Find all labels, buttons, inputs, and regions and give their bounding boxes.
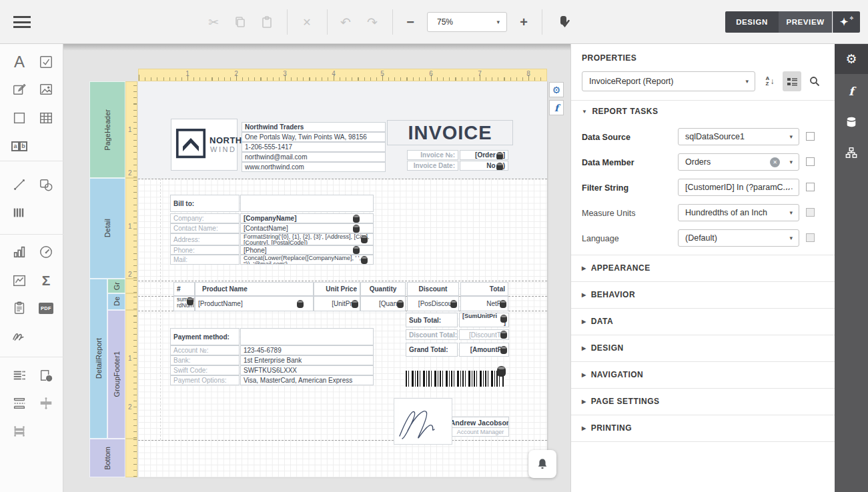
expressions-tag[interactable]: f xyxy=(549,100,564,115)
shape-tool[interactable] xyxy=(36,175,56,195)
measure-units-select[interactable]: Hundredths of an Inch ▾ xyxy=(678,204,799,221)
report-tasks-gear-tag[interactable]: ⚙ xyxy=(549,82,564,97)
report-page[interactable]: NORTH WIND Northwind Traders One Portals… xyxy=(138,81,547,477)
table-header-quantity[interactable]: Quantity xyxy=(360,282,406,296)
bank-label[interactable]: Bank: xyxy=(170,355,240,365)
cross-band-box-tool[interactable] xyxy=(9,421,29,441)
line-tool[interactable] xyxy=(9,175,29,195)
sub-total-field[interactable]: [SumUnitPri] xyxy=(459,313,509,327)
clear-icon[interactable]: ✕ xyxy=(770,157,780,167)
invoice-no-label[interactable]: Invoice №: xyxy=(407,150,458,160)
section-navigation[interactable]: ▶NAVIGATION xyxy=(582,370,643,379)
section-design[interactable]: ▶DESIGN xyxy=(582,343,624,353)
design-tab[interactable]: DESIGN xyxy=(725,11,779,33)
dock-properties-tab[interactable]: ⚙ xyxy=(835,44,868,74)
grand-total-field[interactable]: [AmountPa xyxy=(459,343,509,357)
component-selector[interactable]: InvoiceReport (Report) ▾ xyxy=(582,71,755,91)
table-header-unit-price[interactable]: Unit Price xyxy=(314,282,360,296)
panel-tool[interactable] xyxy=(9,108,29,128)
band-detail[interactable]: Detail xyxy=(89,178,125,279)
band-separator[interactable] xyxy=(138,281,547,281)
filter-string-checkbox[interactable] xyxy=(806,183,815,191)
company-website-field[interactable]: www.northwind.com xyxy=(242,162,386,172)
clipboard-content-tool[interactable] xyxy=(9,298,29,318)
redo-icon[interactable]: ↷ xyxy=(362,12,382,32)
payment-options-value[interactable]: Visa, MasterCard, American Express xyxy=(240,375,374,385)
company-address-field[interactable]: One Portals Way, Twin Points WA, 98156 xyxy=(242,132,386,142)
bill-to-label[interactable]: Bill to: xyxy=(170,195,240,212)
dock-field-list-tab[interactable] xyxy=(835,107,868,137)
vertical-ruler-innerdetail[interactable] xyxy=(125,293,137,310)
vertical-ruler-detail[interactable]: 1 2 xyxy=(125,178,137,279)
bank-value[interactable]: 1st Enterprise Bank xyxy=(240,355,374,365)
signature-image[interactable] xyxy=(394,398,452,445)
table-header-discount[interactable]: Discount xyxy=(407,282,459,296)
address-label[interactable]: Address: xyxy=(170,233,240,245)
swift-code-label[interactable]: Swift Code: xyxy=(170,365,240,375)
paste-icon[interactable] xyxy=(257,12,277,32)
delete-icon[interactable]: ✕ xyxy=(297,12,317,32)
phone-value-field[interactable]: [Phone] xyxy=(240,245,374,255)
sort-alphabetical-button[interactable]: AZ↓ xyxy=(761,71,779,91)
grand-total-label[interactable]: Grand Total: xyxy=(406,343,458,357)
bill-to-value[interactable] xyxy=(240,195,374,212)
table-tool[interactable] xyxy=(36,108,56,128)
signer-title-field[interactable]: Account Manager xyxy=(452,427,509,437)
rich-text-tool[interactable] xyxy=(9,79,29,99)
dock-expressions-tab[interactable]: f xyxy=(835,76,868,106)
band-bottom-margin[interactable]: Bottom xyxy=(89,439,125,477)
phone-label[interactable]: Phone: xyxy=(170,245,240,255)
table-of-contents-tool[interactable] xyxy=(9,365,29,385)
sparkline-tool[interactable] xyxy=(9,271,29,291)
validate-bindings-icon[interactable] xyxy=(554,12,574,32)
data-member-checkbox[interactable] xyxy=(806,157,815,166)
vertical-ruler-pageheader[interactable]: 1 2 xyxy=(125,81,137,178)
company-value-field[interactable]: [CompanyName] xyxy=(240,213,374,223)
pdf-content-tool[interactable]: PDF xyxy=(36,298,56,318)
discount-total-label[interactable]: Discount Total: xyxy=(406,329,458,340)
mail-label[interactable]: Mail: xyxy=(170,255,240,265)
band-separator[interactable] xyxy=(138,179,547,179)
company-label[interactable]: Company: xyxy=(170,213,240,223)
data-member-select[interactable]: Orders ✕ ▾ xyxy=(678,153,799,171)
section-printing[interactable]: ▶PRINTING xyxy=(582,423,632,433)
payment-options-label[interactable]: Payment Options: xyxy=(170,375,240,385)
barcode-tool[interactable] xyxy=(9,203,29,223)
company-email-field[interactable]: northwind@mail.com xyxy=(242,152,386,162)
table-header-total[interactable]: Total xyxy=(460,282,508,296)
contact-name-label[interactable]: Contact Name: xyxy=(170,223,240,233)
preview-tab[interactable]: PREVIEW xyxy=(779,11,832,33)
vertical-ruler-bottommargin[interactable] xyxy=(125,439,137,477)
dock-report-explorer-tab[interactable] xyxy=(835,137,868,167)
page-break-tool[interactable] xyxy=(9,393,29,413)
language-select[interactable]: (Default) ▾ xyxy=(678,229,799,247)
horizontal-ruler[interactable]: 1 2 3 4 5 6 7 8 xyxy=(138,69,547,81)
section-page-settings[interactable]: ▶PAGE SETTINGS xyxy=(582,397,660,406)
address-value-field[interactable]: FormatString('{0}, {1}, {2}, {3}', [Addr… xyxy=(240,233,374,245)
grouped-view-button[interactable] xyxy=(783,71,801,91)
band-detail-report[interactable]: DetailReport xyxy=(89,279,107,439)
invoice-date-label[interactable]: Invoice Date: xyxy=(407,161,458,171)
copy-icon[interactable] xyxy=(230,12,250,32)
barcode-control[interactable] xyxy=(406,371,504,387)
table-cell-product[interactable]: [ProductName] xyxy=(195,296,314,311)
payment-method-label[interactable]: Payment method: xyxy=(170,328,240,345)
vertical-ruler-groupheader[interactable] xyxy=(125,279,137,293)
menu-icon[interactable] xyxy=(13,16,31,28)
band-inner-detail[interactable]: De xyxy=(107,293,125,310)
table-header-product[interactable]: Product Name xyxy=(195,282,314,296)
page-info-tool[interactable]: i xyxy=(36,365,56,385)
contact-name-value-field[interactable]: [ContactName] xyxy=(240,223,374,233)
summary-tool[interactable]: Σ xyxy=(36,271,56,291)
ellipsis-button[interactable]: … xyxy=(785,182,794,191)
sub-total-label[interactable]: Sub Total: xyxy=(406,313,458,327)
band-group-header[interactable]: Gr xyxy=(107,279,125,293)
table-header-number[interactable]: # xyxy=(173,282,195,296)
table-cell-number[interactable]: sumRec rdNumbe xyxy=(173,296,195,311)
company-phone-field[interactable]: 1-206-555-1417 xyxy=(242,142,386,152)
payment-method-value[interactable] xyxy=(240,328,374,345)
swift-code-value[interactable]: SWFTKUS6LXXX xyxy=(240,365,374,375)
section-data[interactable]: ▶DATA xyxy=(582,317,613,326)
table-cell-discount[interactable]: [PosDiscoun xyxy=(407,296,459,311)
table-cell-unit-price[interactable]: [UnitPric xyxy=(314,296,360,311)
